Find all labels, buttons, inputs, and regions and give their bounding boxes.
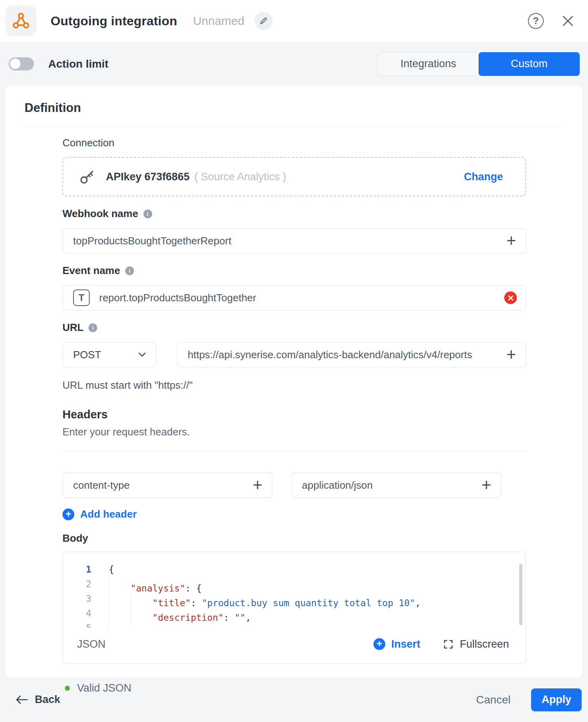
fullscreen-label: Fullscreen — [460, 638, 509, 650]
header-key-input[interactable]: content-type + — [62, 473, 272, 498]
action-limit-label: Action limit — [48, 58, 108, 70]
plus-circle-icon: + — [62, 508, 74, 520]
insert-variable-icon[interactable]: + — [481, 477, 492, 493]
header-value-input[interactable]: application/json + — [291, 473, 501, 498]
url-input[interactable]: https://api.synerise.com/analytics-backe… — [177, 342, 526, 367]
back-button[interactable]: Back — [16, 694, 60, 706]
editor-toolbar: JSON + Insert Fullscreen — [63, 628, 526, 663]
divider — [62, 451, 526, 451]
apply-button[interactable]: Apply — [531, 688, 582, 711]
cancel-button[interactable]: Cancel — [476, 694, 511, 706]
pencil-icon — [259, 17, 268, 25]
header-value-value: application/json — [302, 479, 481, 491]
action-bar: Action limit Integrations Custom — [0, 42, 588, 86]
plus-circle-icon: + — [373, 638, 385, 650]
header-row: content-type + application/json + — [62, 473, 526, 498]
info-icon[interactable]: i — [89, 323, 97, 332]
connection-box: APIkey 673f6865 ( Source Analytics ) Cha… — [62, 157, 526, 197]
close-icon — [562, 15, 574, 27]
mode-tabs: Integrations Custom — [378, 52, 580, 76]
action-limit-toggle[interactable] — [9, 57, 34, 70]
header-key-value: content-type — [73, 479, 252, 491]
info-icon[interactable]: i — [143, 210, 152, 218]
http-method-value: POST — [73, 349, 101, 361]
event-name-input[interactable]: T report.topProductsBoughtTogether — [62, 285, 526, 310]
add-header-button[interactable]: + Add header — [62, 508, 137, 520]
dialog-header: Outgoing integration Unnamed ? — [0, 0, 588, 42]
insert-variable-icon[interactable]: + — [252, 477, 263, 493]
headers-subtitle: Enter your request headers. — [62, 426, 526, 438]
page-title: Outgoing integration — [51, 14, 177, 28]
webhook-name-input[interactable]: topProductsBoughtTogetherReport + — [62, 228, 526, 253]
insert-variable-icon[interactable]: + — [505, 346, 517, 363]
headers-heading: Headers — [62, 408, 526, 421]
insert-label: Insert — [391, 638, 420, 650]
info-icon[interactable]: i — [125, 266, 134, 275]
definition-panel: Definition Connection APIkey 673f6865 ( … — [6, 86, 582, 677]
text-type-icon: T — [73, 289, 90, 306]
integration-name: Unnamed — [193, 14, 244, 28]
language-label: JSON — [77, 638, 106, 650]
body-heading: Body — [62, 532, 526, 544]
edit-name-button[interactable] — [254, 12, 273, 30]
webhook-name-label: Webhook name — [62, 208, 138, 220]
divider — [24, 126, 564, 127]
connection-key-name: APIkey 673f6865 — [106, 171, 190, 183]
editor-scrollbar[interactable] — [519, 564, 522, 625]
url-value: https://api.synerise.com/analytics-backe… — [188, 349, 505, 361]
tab-integrations[interactable]: Integrations — [378, 52, 479, 76]
url-label: URL — [62, 321, 83, 334]
webhook-icon — [12, 12, 30, 30]
add-header-label: Add header — [80, 508, 137, 520]
webhook-name-value: topProductsBoughtTogetherReport — [73, 235, 505, 247]
key-icon — [79, 168, 96, 185]
chevron-down-icon — [138, 352, 146, 357]
valid-status-label: Valid JSON — [77, 682, 132, 694]
outgoing-integration-icon — [6, 6, 36, 36]
fullscreen-button[interactable]: Fullscreen — [443, 638, 509, 650]
change-connection-button[interactable]: Change — [464, 171, 503, 183]
help-button[interactable]: ? — [528, 13, 544, 29]
fullscreen-icon — [443, 639, 454, 650]
back-label: Back — [35, 694, 60, 706]
arrow-left-icon — [16, 695, 28, 704]
event-name-label: Event name — [62, 265, 120, 277]
code-lines[interactable]: 1{2"analysis": {3"title": "product.buy s… — [63, 552, 526, 628]
connection-label: Connection — [62, 137, 526, 149]
tab-custom[interactable]: Custom — [479, 52, 580, 76]
valid-status-icon — [65, 686, 70, 691]
insert-variable-icon[interactable]: + — [505, 232, 517, 249]
toggle-knob — [10, 59, 21, 69]
error-icon — [504, 291, 517, 304]
event-name-value: report.topProductsBoughtTogether — [99, 292, 499, 304]
json-editor[interactable]: 1{2"analysis": {3"title": "product.buy s… — [62, 552, 526, 664]
definition-heading: Definition — [24, 101, 564, 115]
close-button[interactable] — [562, 15, 574, 27]
insert-button[interactable]: + Insert — [373, 638, 420, 650]
connection-key-source: ( Source Analytics ) — [194, 171, 286, 183]
url-hint: URL must start with "https://" — [62, 379, 526, 391]
http-method-select[interactable]: POST — [62, 342, 156, 367]
